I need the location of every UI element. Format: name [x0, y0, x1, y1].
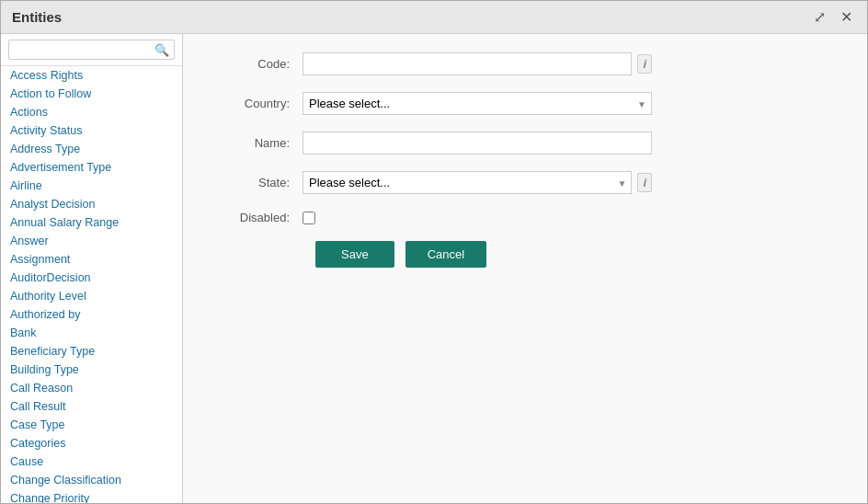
main-panel: Code: i Country: Please select... ▼ N: [183, 34, 867, 503]
list-item[interactable]: Assignment: [1, 250, 182, 269]
list-item[interactable]: Case Type: [1, 416, 182, 434]
code-label: Code:: [211, 57, 303, 71]
list-item[interactable]: Airline: [1, 177, 182, 195]
search-input[interactable]: [8, 40, 175, 60]
entities-window: Entities ⤢ ✕ 🔍 Access RightsAction to Fo…: [0, 0, 868, 504]
disabled-checkbox[interactable]: [303, 212, 315, 224]
expand-button[interactable]: ⤢: [810, 8, 829, 27]
code-help-icon[interactable]: i: [637, 54, 652, 74]
state-select[interactable]: Please select...: [303, 171, 632, 194]
list-item[interactable]: Annual Salary Range: [1, 213, 182, 232]
cancel-button[interactable]: Cancel: [405, 241, 486, 268]
country-label: Country:: [211, 97, 303, 110]
list-item[interactable]: Actions: [1, 103, 182, 121]
close-button[interactable]: ✕: [837, 8, 856, 27]
state-select-wrapper: Please select... ▼: [303, 171, 632, 194]
country-select-wrapper: Please select... ▼: [303, 92, 652, 115]
name-input[interactable]: [303, 132, 652, 155]
content-area: 🔍 Access RightsAction to FollowActionsAc…: [1, 34, 867, 503]
list-item[interactable]: Building Type: [1, 361, 182, 379]
list-item[interactable]: Authorized by: [1, 305, 182, 324]
list-item[interactable]: Bank: [1, 324, 182, 342]
code-control: i: [303, 52, 652, 75]
list-item[interactable]: Change Classification: [1, 471, 182, 489]
state-row: State: Please select... ▼ i: [211, 171, 839, 194]
code-input[interactable]: [303, 52, 632, 75]
search-icon: 🔍: [154, 43, 169, 57]
state-label: State:: [211, 176, 303, 189]
search-box: 🔍: [1, 34, 182, 66]
list-item[interactable]: Access Rights: [1, 66, 182, 85]
state-control: Please select... ▼ i: [303, 171, 652, 194]
list-item[interactable]: Change Priority: [1, 489, 182, 503]
list-item[interactable]: Analyst Decision: [1, 195, 182, 213]
list-item[interactable]: Beneficiary Type: [1, 342, 182, 361]
sidebar: 🔍 Access RightsAction to FollowActionsAc…: [1, 34, 183, 503]
code-row: Code: i: [211, 52, 839, 75]
title-bar-controls: ⤢ ✕: [810, 8, 856, 27]
window-title: Entities: [12, 9, 62, 25]
list-item[interactable]: Authority Level: [1, 287, 182, 305]
list-item[interactable]: Action to Follow: [1, 85, 182, 103]
name-row: Name:: [211, 132, 839, 155]
list-item[interactable]: Cause: [1, 452, 182, 471]
list-item[interactable]: Call Reason: [1, 379, 182, 397]
list-item[interactable]: Answer: [1, 232, 182, 250]
disabled-control: [303, 212, 652, 224]
list-item[interactable]: AuditorDecision: [1, 269, 182, 287]
state-help-icon[interactable]: i: [637, 173, 652, 192]
disabled-label: Disabled:: [211, 211, 303, 224]
list-item[interactable]: Call Result: [1, 397, 182, 416]
country-select[interactable]: Please select...: [303, 92, 652, 115]
country-row: Country: Please select... ▼: [211, 92, 839, 115]
list-item[interactable]: Address Type: [1, 140, 182, 158]
name-label: Name:: [211, 136, 303, 150]
country-control: Please select... ▼: [303, 92, 652, 115]
name-control: [303, 132, 652, 155]
list-item[interactable]: Categories: [1, 434, 182, 452]
save-button[interactable]: Save: [315, 241, 394, 268]
button-row: Save Cancel: [211, 241, 839, 268]
title-bar: Entities ⤢ ✕: [1, 1, 867, 34]
disabled-row: Disabled:: [211, 211, 839, 224]
list-item[interactable]: Activity Status: [1, 121, 182, 140]
entity-list: Access RightsAction to FollowActionsActi…: [1, 66, 182, 503]
list-item[interactable]: Advertisement Type: [1, 158, 182, 177]
